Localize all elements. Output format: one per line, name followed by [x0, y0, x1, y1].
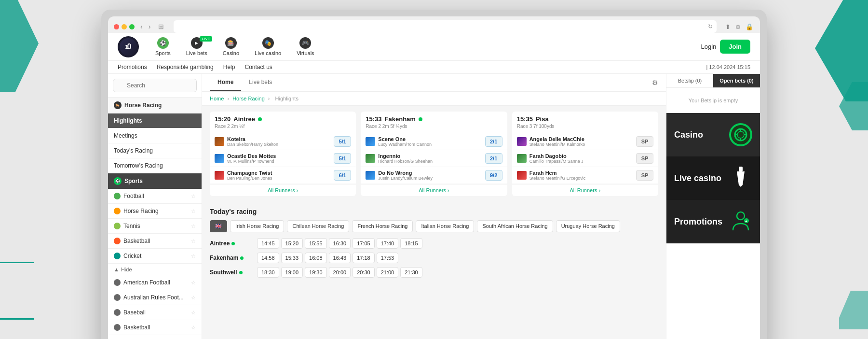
reload-icon[interactable]: ↻ [708, 23, 713, 30]
hide-button[interactable]: ▲ Hide [108, 264, 202, 275]
nav-sports[interactable]: ⚽ Sports [149, 33, 177, 60]
person-icon: + [729, 210, 752, 233]
nav-live-bets[interactable]: ▶ LIVE Live bets [179, 33, 214, 60]
fakenham-time-2[interactable]: 16:08 [305, 253, 327, 263]
casino-promo-icon [726, 120, 755, 149]
r2-1-odds[interactable]: 2/1 [485, 136, 502, 147]
site-logo[interactable]: 1 0 [118, 36, 139, 57]
promotions-promo-card[interactable]: Promotions + [666, 200, 760, 243]
filter-uruguay[interactable]: Uruguay Horse Racing [556, 220, 620, 232]
sidebar-item-basketball2[interactable]: Basketball ☆ [108, 320, 202, 335]
breadcrumb-horse-racing[interactable]: Horse Racing [232, 96, 265, 101]
live-casino-promo-card[interactable]: Live casino [666, 156, 760, 200]
horse-racing-star[interactable]: ☆ [191, 208, 196, 214]
southwell-time-4[interactable]: 20:30 [353, 267, 375, 278]
share-button[interactable]: ⬆ [724, 22, 732, 31]
r2-3-odds[interactable]: 9/2 [485, 170, 502, 181]
sidebar-item-football[interactable]: Football ☆ [108, 189, 202, 204]
tennis-star[interactable]: ☆ [191, 223, 196, 229]
help-link[interactable]: Help [223, 64, 235, 71]
aintree-time-6[interactable]: 18:15 [400, 238, 422, 249]
filter-irish[interactable]: Irish Horse Racing [230, 220, 284, 232]
login-button[interactable]: Login [701, 43, 716, 50]
back-button[interactable]: ‹ [138, 22, 145, 31]
sidebar-item-beach-volleyball[interactable]: Beach Volleyball ☆ [108, 335, 202, 339]
sidebar-item-tennis[interactable]: Tennis ☆ [108, 219, 202, 234]
sidebar-item-meetings[interactable]: Meetings [108, 128, 202, 143]
contact-link[interactable]: Contact us [244, 64, 272, 71]
join-button[interactable]: Join [720, 40, 750, 54]
runner-1-odds[interactable]: 5/1 [334, 136, 351, 147]
add-bookmark-button[interactable]: ⊕ [734, 22, 742, 31]
tab-view-button[interactable]: ⊞ [156, 22, 166, 31]
southwell-time-5[interactable]: 21:00 [377, 267, 399, 278]
sidebar-item-aus-football[interactable]: Australian Rules Foot... ☆ [108, 290, 202, 305]
filter-french[interactable]: French Horse Racing [352, 220, 413, 232]
sidebar-item-highlights[interactable]: Highlights [108, 113, 202, 128]
aintree-time-3[interactable]: 16:30 [329, 238, 351, 249]
settings-icon[interactable]: ⚙ [652, 79, 658, 86]
address-bar[interactable]: ↻ [174, 20, 717, 33]
casino-promo-card[interactable]: Casino [666, 113, 760, 156]
nav-live-casino[interactable]: 🎭 Live casino [248, 33, 288, 60]
all-runners-link-2[interactable]: All Runners › [361, 184, 507, 196]
sports-section-header[interactable]: ⚽ Sports [108, 173, 202, 189]
sidebar-item-cricket[interactable]: Cricket ☆ [108, 249, 202, 264]
tab-home[interactable]: Home [210, 74, 241, 91]
breadcrumb-home[interactable]: Home [210, 96, 224, 101]
r3-2-odds[interactable]: SP [636, 153, 653, 164]
open-bets-tab[interactable]: Open bets (0) [713, 74, 760, 87]
filter-uk[interactable]: 🇬🇧 [210, 220, 227, 232]
r3-1-odds[interactable]: SP [636, 136, 653, 147]
betslip-tab[interactable]: Betslip (0) [666, 74, 713, 87]
southwell-time-1[interactable]: 19:00 [281, 267, 303, 278]
filter-chilean[interactable]: Chilean Horse Racing [287, 220, 349, 232]
fakenham-time-5[interactable]: 17:53 [377, 253, 399, 263]
southwell-time-3[interactable]: 20:00 [329, 267, 351, 278]
minimize-window-button[interactable] [122, 24, 127, 29]
baseball-star[interactable]: ☆ [191, 310, 196, 316]
southwell-time-2[interactable]: 19:30 [305, 267, 327, 278]
filter-italian[interactable]: Italian Horse Racing [416, 220, 474, 232]
aintree-time-5[interactable]: 17:40 [377, 238, 399, 249]
close-window-button[interactable] [114, 24, 119, 29]
all-runners-link-1[interactable]: All Runners › [210, 184, 356, 196]
filter-south-african[interactable]: South African Horse Racing [477, 220, 553, 232]
cricket-star[interactable]: ☆ [191, 253, 196, 259]
nav-virtuals[interactable]: 🎮 Virtuals [290, 33, 321, 60]
nav-casino[interactable]: 🎰 Casino [216, 33, 246, 60]
responsible-gambling-link[interactable]: Responsible gambling [157, 64, 214, 71]
basketball2-star[interactable]: ☆ [191, 325, 196, 331]
aintree-time-0[interactable]: 14:45 [257, 238, 279, 249]
fakenham-time-4[interactable]: 17:18 [353, 253, 375, 263]
sidebar-item-horse-racing[interactable]: Horse Racing ☆ [108, 204, 202, 219]
southwell-time-0[interactable]: 18:30 [257, 267, 279, 278]
r2-2-odds[interactable]: 2/1 [485, 153, 502, 164]
aus-football-star[interactable]: ☆ [191, 295, 196, 301]
sidebar-item-todays-racing[interactable]: Today's Racing [108, 143, 202, 158]
basketball-star[interactable]: ☆ [191, 238, 196, 244]
sidebar-item-baseball[interactable]: Baseball ☆ [108, 305, 202, 320]
tab-live-bets[interactable]: Live bets [241, 74, 280, 91]
sidebar-item-tomorrows-racing[interactable]: Tomorrow's Racing [108, 158, 202, 173]
american-football-star[interactable]: ☆ [191, 280, 196, 286]
sidebar-item-basketball[interactable]: Basketball ☆ [108, 234, 202, 249]
forward-button[interactable]: › [147, 22, 153, 31]
r3-3-odds[interactable]: SP [636, 170, 653, 181]
sidebar-item-american-football[interactable]: American Football ☆ [108, 275, 202, 290]
southwell-time-6[interactable]: 21:30 [400, 267, 422, 278]
runner-2-odds[interactable]: 5/1 [334, 153, 351, 164]
promotions-link[interactable]: Promotions [118, 64, 147, 71]
football-star[interactable]: ☆ [191, 193, 196, 199]
fakenham-time-0[interactable]: 14:58 [257, 253, 279, 263]
aintree-time-1[interactable]: 15:20 [281, 238, 303, 249]
fakenham-time-3[interactable]: 16:43 [329, 253, 351, 263]
runner-3-odds[interactable]: 6/1 [334, 170, 351, 181]
aintree-time-2[interactable]: 15:55 [305, 238, 327, 249]
extensions-button[interactable]: 🔒 [745, 22, 754, 31]
fakenham-time-1[interactable]: 15:33 [281, 253, 303, 263]
aintree-time-4[interactable]: 17:05 [353, 238, 375, 249]
maximize-window-button[interactable] [129, 24, 135, 29]
search-input[interactable] [113, 79, 197, 92]
all-runners-link-3[interactable]: All Runners › [512, 184, 658, 196]
